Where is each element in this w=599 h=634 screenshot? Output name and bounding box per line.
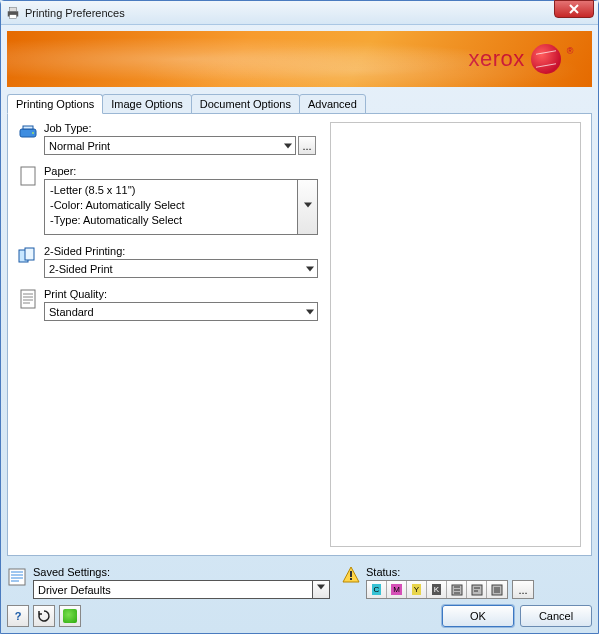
paper-icon (18, 166, 38, 186)
chevron-down-icon (304, 202, 312, 207)
status-misc-icon-1 (447, 581, 467, 598)
paper-list-box: -Letter (8.5 x 11'') -Color: Automatical… (44, 179, 318, 235)
paper-list: -Letter (8.5 x 11'') -Color: Automatical… (45, 180, 297, 234)
saved-settings-value: Driver Defaults (38, 584, 111, 596)
tab-strip: Printing Options Image Options Document … (7, 93, 592, 114)
two-sided-combo[interactable]: 2-Sided Print (44, 259, 318, 278)
svg-rect-4 (23, 126, 33, 129)
two-sided-value: 2-Sided Print (49, 263, 113, 275)
tab-label: Printing Options (16, 98, 94, 110)
tab-panel-printing-options: Job Type: Normal Print ... (7, 113, 592, 556)
window-title: Printing Preferences (25, 7, 594, 19)
reset-button[interactable] (33, 605, 55, 627)
saved-settings-combo[interactable]: Driver Defaults (33, 580, 330, 599)
options-column: Job Type: Normal Print ... (18, 122, 318, 547)
saved-settings-icon (7, 567, 27, 587)
chevron-down-icon (317, 585, 325, 590)
print-quality-value: Standard (49, 306, 94, 318)
button-row: ? OK Cancel (7, 605, 592, 627)
svg-rect-12 (350, 578, 352, 580)
toner-yellow-icon: Y (407, 581, 427, 598)
titlebar: Printing Preferences (1, 1, 598, 25)
print-quality-icon (18, 289, 38, 309)
paper-color-line: -Color: Automatically Select (50, 198, 292, 213)
paper-field: Paper: -Letter (8.5 x 11'') -Color: Auto… (18, 165, 318, 235)
print-quality-combo[interactable]: Standard (44, 302, 318, 321)
preview-panel (330, 122, 581, 547)
brand-band: xerox ® (7, 31, 592, 87)
tab-document-options[interactable]: Document Options (191, 94, 300, 114)
tab-label: Advanced (308, 98, 357, 110)
printer-icon (5, 5, 21, 21)
saved-settings-label: Saved Settings: (33, 566, 330, 578)
tab-label: Document Options (200, 98, 291, 110)
job-type-more-button[interactable]: ... (298, 136, 316, 155)
content-area: Printing Options Image Options Document … (7, 93, 592, 556)
registered-mark: ® (567, 46, 574, 56)
job-type-label: Job Type: (44, 122, 318, 134)
printing-preferences-window: Printing Preferences xerox ® Printing Op… (0, 0, 599, 634)
toner-black-icon: K (427, 581, 447, 598)
svg-rect-6 (21, 167, 35, 185)
close-button[interactable] (554, 0, 594, 18)
chevron-down-icon (306, 309, 314, 314)
xerox-sphere-icon (531, 44, 561, 74)
status-more-button[interactable]: ... (512, 580, 534, 599)
svg-rect-2 (10, 14, 17, 18)
ok-button[interactable]: OK (442, 605, 514, 627)
toner-cyan-icon: C (367, 581, 387, 598)
tab-image-options[interactable]: Image Options (102, 94, 192, 114)
job-type-icon (18, 123, 38, 143)
tab-label: Image Options (111, 98, 183, 110)
job-type-value: Normal Print (49, 140, 110, 152)
chevron-down-icon (306, 266, 314, 271)
svg-rect-14 (472, 585, 482, 595)
svg-rect-10 (9, 569, 25, 585)
status-misc-icon-3 (487, 581, 507, 598)
help-button[interactable]: ? (7, 605, 29, 627)
warning-icon (342, 566, 360, 584)
job-type-field: Job Type: Normal Print ... (18, 122, 318, 155)
ellipsis-label: ... (302, 140, 311, 152)
chevron-down-icon (284, 143, 292, 148)
svg-rect-8 (25, 248, 34, 260)
tab-printing-options[interactable]: Printing Options (7, 94, 103, 114)
two-sided-label: 2-Sided Printing: (44, 245, 318, 257)
bottom-strip: Saved Settings: Driver Defaults Status: … (7, 566, 592, 599)
paper-size-line: -Letter (8.5 x 11'') (50, 183, 292, 198)
xerox-logo: xerox ® (469, 44, 574, 74)
svg-point-5 (32, 132, 34, 134)
two-sided-icon (18, 246, 38, 266)
paper-type-line: -Type: Automatically Select (50, 213, 292, 228)
ellipsis-label: ... (518, 584, 527, 596)
toner-magenta-icon: M (387, 581, 407, 598)
xerox-wordmark: xerox (469, 46, 525, 72)
cancel-label: Cancel (539, 610, 573, 622)
cancel-button[interactable]: Cancel (520, 605, 592, 627)
svg-rect-11 (350, 571, 352, 577)
status-icons-bar: C M Y K (366, 580, 508, 599)
undo-icon (37, 609, 51, 623)
paper-label: Paper: (44, 165, 318, 177)
help-label: ? (15, 610, 22, 622)
paper-dropdown-button[interactable] (297, 180, 317, 234)
print-quality-label: Print Quality: (44, 288, 318, 300)
saved-settings-area: Saved Settings: Driver Defaults (7, 566, 330, 599)
svg-rect-16 (494, 587, 500, 593)
status-label: Status: (366, 566, 592, 578)
job-type-combo[interactable]: Normal Print (44, 136, 296, 155)
svg-rect-9 (21, 290, 35, 308)
svg-rect-1 (10, 7, 17, 11)
tab-advanced[interactable]: Advanced (299, 94, 366, 114)
print-quality-field: Print Quality: Standard (18, 288, 318, 321)
ok-label: OK (470, 610, 486, 622)
status-misc-icon-2 (467, 581, 487, 598)
two-sided-field: 2-Sided Printing: 2-Sided Print (18, 245, 318, 278)
status-area: Status: C M Y K ... (342, 566, 592, 599)
eco-icon (63, 609, 77, 623)
eco-button[interactable] (59, 605, 81, 627)
